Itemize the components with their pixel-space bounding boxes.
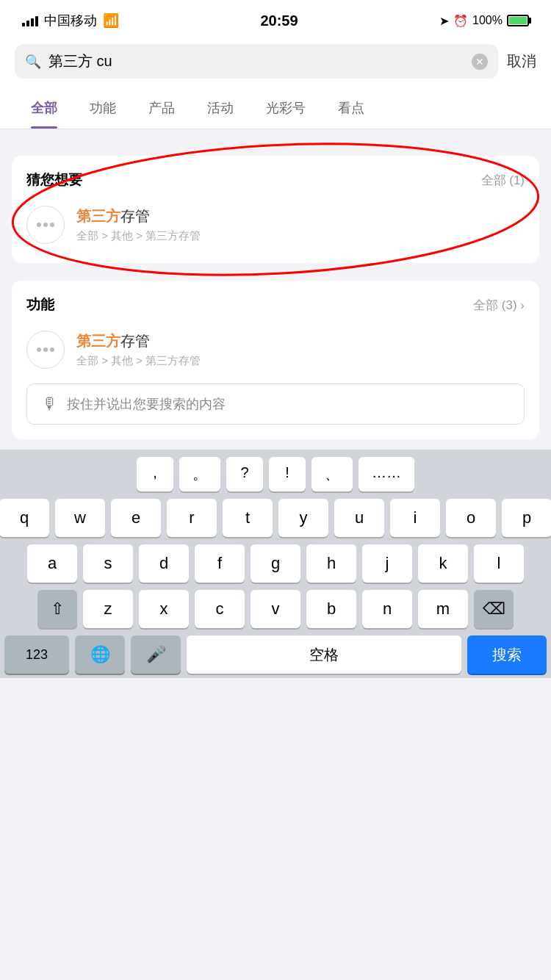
key-period[interactable]: 。 bbox=[179, 457, 220, 491]
guess-result-item[interactable]: 第三方存管 全部 > 其他 > 第三方存管 bbox=[26, 201, 525, 248]
feature-result-title: 第三方存管 bbox=[76, 331, 525, 351]
guess-card: 猜您想要 全部 (1) 第三方存管 全部 > 其他 > 第三方存管 bbox=[12, 156, 539, 263]
key-p[interactable]: p bbox=[502, 499, 551, 537]
guess-card-title: 猜您想要 bbox=[26, 170, 82, 190]
voice-search-label: 按住并说出您要搜索的内容 bbox=[67, 395, 226, 413]
tab-bar: 全部 功能 产品 活动 光彩号 看点 bbox=[0, 87, 551, 129]
key-d[interactable]: d bbox=[139, 544, 189, 583]
alarm-icon: ⏰ bbox=[453, 14, 468, 28]
feature-result-path: 全部 > 其他 > 第三方存管 bbox=[76, 354, 525, 368]
key-q[interactable]: q bbox=[0, 499, 49, 537]
search-clear-button[interactable]: ✕ bbox=[472, 54, 488, 70]
battery-percent: 100% bbox=[472, 14, 503, 27]
status-bar: 中国移动 📶 20:59 ➤ ⏰ 100% bbox=[0, 0, 551, 37]
feature-title-highlight: 第三方 bbox=[76, 333, 120, 349]
keyboard-letter-rows: q w e r t y u i o p a s d f g h j k l ⇧ … bbox=[4, 499, 547, 628]
guess-card-more[interactable]: 全部 (1) bbox=[481, 172, 525, 189]
keyboard: , 。 ? ! 、 …… q w e r t y u i o p a s d f… bbox=[0, 450, 551, 678]
result-title-highlight: 第三方 bbox=[76, 208, 120, 224]
key-123[interactable]: 123 bbox=[4, 635, 69, 674]
result-title-rest: 存管 bbox=[120, 208, 150, 224]
tab-product[interactable]: 产品 bbox=[132, 87, 191, 129]
key-h[interactable]: h bbox=[306, 544, 356, 583]
key-b[interactable]: b bbox=[306, 590, 356, 628]
battery-icon bbox=[507, 15, 529, 26]
tab-all[interactable]: 全部 bbox=[15, 87, 73, 129]
result-text: 第三方存管 全部 > 其他 > 第三方存管 bbox=[76, 206, 525, 243]
key-c[interactable]: c bbox=[195, 590, 245, 628]
tab-light[interactable]: 光彩号 bbox=[250, 87, 322, 129]
voice-search-bar[interactable]: 🎙 按住并说出您要搜索的内容 bbox=[26, 383, 525, 425]
guess-card-header: 猜您想要 全部 (1) bbox=[26, 170, 525, 190]
key-i[interactable]: i bbox=[390, 499, 440, 537]
carrier-label: 中国移动 bbox=[44, 12, 97, 29]
search-key[interactable]: 搜索 bbox=[467, 635, 547, 674]
wifi-icon: 📶 bbox=[103, 12, 119, 29]
search-input-container[interactable]: 🔍 第三方 cu ✕ bbox=[15, 44, 498, 79]
feature-result-text: 第三方存管 全部 > 其他 > 第三方存管 bbox=[76, 331, 525, 368]
globe-key[interactable]: 🌐 bbox=[75, 635, 125, 674]
key-x[interactable]: x bbox=[139, 590, 189, 628]
key-question[interactable]: ? bbox=[226, 457, 263, 491]
key-a[interactable]: a bbox=[27, 544, 77, 583]
tab-activity[interactable]: 活动 bbox=[191, 87, 250, 129]
key-v[interactable]: v bbox=[251, 590, 300, 628]
key-ellipsis[interactable]: …… bbox=[359, 457, 414, 491]
key-f[interactable]: f bbox=[195, 544, 245, 583]
key-y[interactable]: y bbox=[278, 499, 328, 537]
main-content: 猜您想要 全部 (1) 第三方存管 全部 > 其他 > 第三方存管 功能 bbox=[0, 129, 551, 439]
key-u[interactable]: u bbox=[334, 499, 384, 537]
key-e[interactable]: e bbox=[111, 499, 161, 537]
tab-feature[interactable]: 功能 bbox=[73, 87, 132, 129]
cancel-button[interactable]: 取消 bbox=[507, 51, 536, 71]
feature-title-rest: 存管 bbox=[120, 333, 150, 349]
chevron-right-icon: › bbox=[520, 298, 525, 312]
feature-result-item[interactable]: 第三方存管 全部 > 其他 > 第三方存管 bbox=[26, 326, 525, 373]
feature-result-icon bbox=[26, 331, 65, 369]
key-n[interactable]: n bbox=[362, 590, 412, 628]
voice-mic-icon: 🎙 bbox=[42, 394, 58, 414]
location-icon: ➤ bbox=[439, 14, 449, 28]
mic-key[interactable]: 🎤 bbox=[131, 635, 181, 674]
feature-card-header: 功能 全部 (3) › bbox=[26, 295, 525, 314]
delete-key[interactable]: ⌫ bbox=[474, 590, 514, 628]
keyboard-row-2: a s d f g h j k l bbox=[4, 544, 547, 583]
status-left: 中国移动 📶 bbox=[22, 12, 119, 29]
space-key[interactable]: 空格 bbox=[187, 635, 461, 674]
key-r[interactable]: r bbox=[167, 499, 217, 537]
key-pause[interactable]: 、 bbox=[311, 457, 353, 491]
tab-view[interactable]: 看点 bbox=[322, 87, 381, 129]
key-w[interactable]: w bbox=[55, 499, 105, 537]
key-o[interactable]: o bbox=[446, 499, 496, 537]
key-comma[interactable]: , bbox=[137, 457, 173, 491]
keyboard-row-1: q w e r t y u i o p bbox=[4, 499, 547, 537]
feature-card-title: 功能 bbox=[26, 295, 54, 314]
key-k[interactable]: k bbox=[418, 544, 468, 583]
shift-key[interactable]: ⇧ bbox=[37, 590, 77, 628]
feature-dots-icon bbox=[37, 347, 54, 352]
keyboard-bottom-row: 123 🌐 🎤 空格 搜索 bbox=[4, 635, 547, 674]
dots-icon bbox=[37, 223, 54, 227]
key-z[interactable]: z bbox=[83, 590, 133, 628]
feature-card-more[interactable]: 全部 (3) › bbox=[473, 297, 525, 314]
key-t[interactable]: t bbox=[223, 499, 273, 537]
key-l[interactable]: l bbox=[474, 544, 524, 583]
feature-card: 功能 全部 (3) › 第三方存管 全部 > 其他 > 第三方存管 bbox=[12, 281, 539, 439]
keyboard-row-3: ⇧ z x c v b n m ⌫ bbox=[4, 590, 547, 628]
result-title: 第三方存管 bbox=[76, 206, 525, 226]
key-g[interactable]: g bbox=[251, 544, 300, 583]
status-time: 20:59 bbox=[260, 12, 298, 29]
signal-icon bbox=[22, 15, 38, 26]
key-j[interactable]: j bbox=[362, 544, 412, 583]
search-bar: 🔍 第三方 cu ✕ 取消 bbox=[0, 37, 551, 87]
search-query[interactable]: 第三方 cu bbox=[48, 51, 464, 71]
status-right: ➤ ⏰ 100% bbox=[439, 14, 529, 28]
key-exclaim[interactable]: ! bbox=[269, 457, 306, 491]
result-icon bbox=[26, 206, 65, 244]
search-icon: 🔍 bbox=[25, 54, 41, 70]
result-path: 全部 > 其他 > 第三方存管 bbox=[76, 229, 525, 243]
key-m[interactable]: m bbox=[418, 590, 468, 628]
key-s[interactable]: s bbox=[83, 544, 133, 583]
keyboard-special-row: , 。 ? ! 、 …… bbox=[4, 457, 547, 491]
